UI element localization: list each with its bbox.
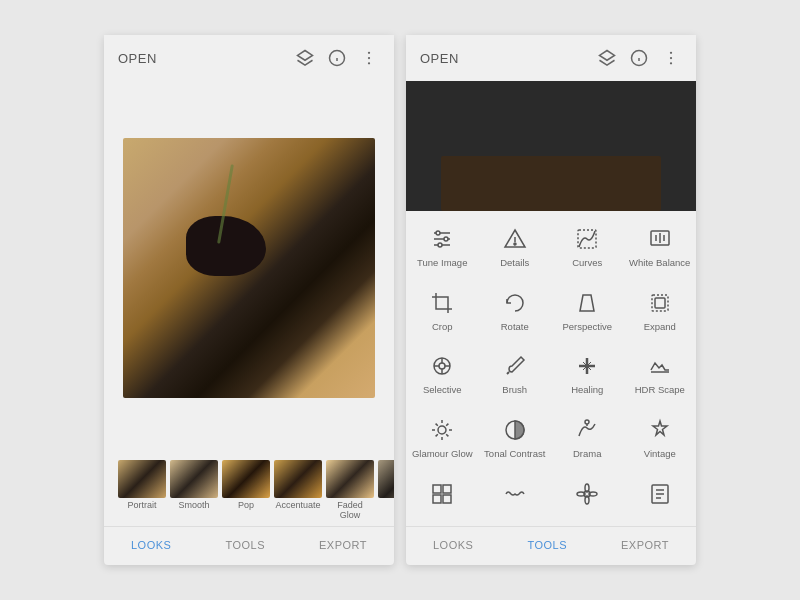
tool-tonal-contrast[interactable]: Tonal Contrast [479, 406, 552, 470]
list-item[interactable]: Pop [222, 460, 270, 520]
tool-portrait[interactable] [624, 470, 697, 522]
curves-label: Curves [572, 257, 602, 268]
tool-white-balance[interactable]: White Balance [624, 215, 697, 279]
svg-rect-50 [433, 495, 441, 503]
right-header-icons [596, 47, 682, 69]
tool-perspective[interactable]: Perspective [551, 279, 624, 343]
info-icon[interactable] [326, 47, 348, 69]
svg-point-36 [438, 426, 446, 434]
svg-marker-7 [600, 51, 615, 61]
svg-point-11 [670, 52, 672, 54]
tonal-icon [501, 416, 529, 444]
grid-icon [428, 480, 456, 508]
right-open-label[interactable]: OPEN [420, 51, 596, 66]
rotate-icon [501, 289, 529, 317]
left-panel: OPEN [104, 35, 394, 565]
portrait-label: Portrait [127, 500, 156, 510]
hdr-icon [646, 352, 674, 380]
n-thumb [378, 460, 394, 498]
svg-rect-51 [443, 495, 451, 503]
pop-label: Pop [238, 500, 254, 510]
pop-thumb [222, 460, 270, 498]
tune-icon [428, 225, 456, 253]
glamour-icon [428, 416, 456, 444]
smooth-thumb [170, 460, 218, 498]
nav-looks-left[interactable]: LOOKS [121, 535, 181, 555]
svg-point-19 [438, 243, 442, 247]
tool-healing[interactable]: Healing [551, 342, 624, 406]
layers-icon-right[interactable] [596, 47, 618, 69]
flower-icon [573, 480, 601, 508]
rotate-label: Rotate [501, 321, 529, 332]
whitebalance-icon [646, 225, 674, 253]
svg-line-41 [436, 424, 438, 426]
vintage-label: Vintage [644, 448, 676, 459]
left-bottom-nav: LOOKS TOOLS EXPORT [104, 526, 394, 565]
list-item[interactable]: Accentuate [274, 460, 322, 520]
nav-export-right[interactable]: EXPORT [611, 535, 679, 555]
svg-point-31 [439, 363, 445, 369]
more-icon-right[interactable] [660, 47, 682, 69]
expand-icon [646, 289, 674, 317]
brush-label: Brush [502, 384, 527, 395]
mustache-icon [501, 480, 529, 508]
tool-tune-image[interactable]: Tune Image [406, 215, 479, 279]
portrait2-icon [646, 480, 674, 508]
info-icon-right[interactable] [628, 47, 650, 69]
svg-line-44 [436, 434, 438, 436]
list-item[interactable]: Smooth [170, 460, 218, 520]
selective-label: Selective [423, 384, 462, 395]
nav-looks-right[interactable]: LOOKS [423, 535, 483, 555]
svg-point-13 [670, 62, 672, 64]
details-label: Details [500, 257, 529, 268]
tool-vintage[interactable]: Vintage [624, 406, 697, 470]
tool-brush[interactable]: Brush [479, 342, 552, 406]
more-icon[interactable] [358, 47, 380, 69]
left-open-label[interactable]: OPEN [118, 51, 294, 66]
tool-grid[interactable] [406, 470, 479, 522]
healing-label: Healing [571, 384, 603, 395]
tonal-label: Tonal Contrast [484, 448, 545, 459]
nav-tools-left[interactable]: TOOLS [215, 535, 275, 555]
perspective-icon [573, 289, 601, 317]
healing-icon [573, 352, 601, 380]
smooth-label: Smooth [178, 500, 209, 510]
fadedglow-thumb [326, 460, 374, 498]
tool-curves[interactable]: Curves [551, 215, 624, 279]
left-image-area [104, 85, 394, 450]
tool-crop[interactable]: Crop [406, 279, 479, 343]
tool-flower[interactable] [551, 470, 624, 522]
tool-expand[interactable]: Expand [624, 279, 697, 343]
svg-point-22 [514, 243, 516, 245]
layers-icon[interactable] [294, 47, 316, 69]
dark-image-inner [441, 156, 661, 211]
list-item[interactable]: Portrait [118, 460, 166, 520]
tools-grid: Tune Image Details Curve [406, 211, 696, 526]
tool-selective[interactable]: Selective [406, 342, 479, 406]
tool-details[interactable]: Details [479, 215, 552, 279]
portrait-thumb [118, 460, 166, 498]
tool-drama[interactable]: Drama [551, 406, 624, 470]
tool-hdr-scape[interactable]: HDR Scape [624, 342, 697, 406]
list-item[interactable]: N [378, 460, 394, 520]
accentuate-thumb [274, 460, 322, 498]
tool-rotate[interactable]: Rotate [479, 279, 552, 343]
nav-export-left[interactable]: EXPORT [309, 535, 377, 555]
accentuate-label: Accentuate [275, 500, 320, 510]
right-header: OPEN [406, 35, 696, 81]
drama-label: Drama [573, 448, 602, 459]
svg-rect-49 [443, 485, 451, 493]
selective-icon [428, 352, 456, 380]
drama-icon [573, 416, 601, 444]
looks-strip: Portrait Smooth Pop Accentuate Faded Glo… [104, 450, 394, 526]
crop-icon [428, 289, 456, 317]
left-header-icons [294, 47, 380, 69]
tool-glamour-glow[interactable]: Glamour Glow [406, 406, 479, 470]
list-item[interactable]: Faded Glow [326, 460, 374, 520]
perspective-label: Perspective [562, 321, 612, 332]
svg-point-4 [368, 52, 370, 54]
tune-label: Tune Image [417, 257, 467, 268]
right-panel: OPEN [406, 35, 696, 565]
nav-tools-right[interactable]: TOOLS [517, 535, 577, 555]
tool-mustache[interactable] [479, 470, 552, 522]
